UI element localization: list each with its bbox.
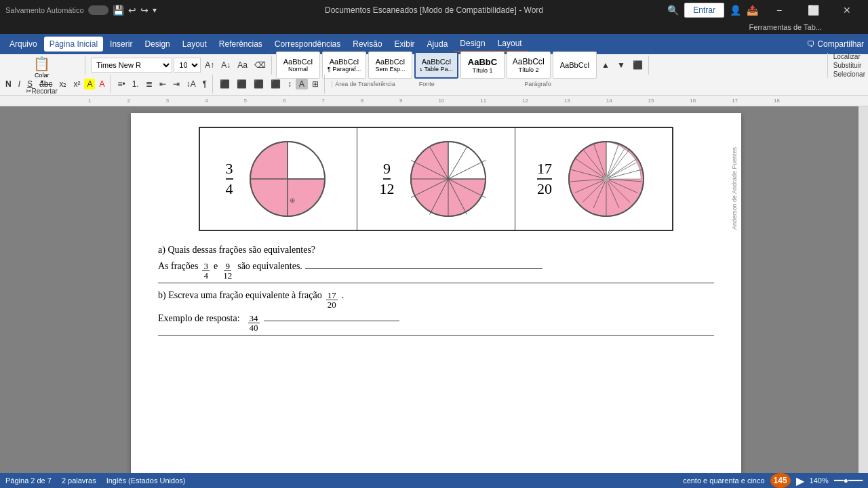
style-titulo2[interactable]: AaBbCcI Título 2 bbox=[507, 52, 551, 79]
search-icon[interactable]: 🔍 bbox=[667, 5, 679, 16]
style-table-pa[interactable]: AaBbCcI ₁ Table Pa... bbox=[414, 52, 458, 79]
menu-arquivo[interactable]: Arquivo bbox=[4, 37, 43, 52]
bold-button[interactable]: N bbox=[3, 78, 14, 90]
fraction-num-3: 17 20 bbox=[537, 160, 552, 198]
menu-revisao[interactable]: Revisão bbox=[347, 37, 387, 52]
menu-layout[interactable]: Layout bbox=[177, 37, 212, 52]
fraction-num-2: 9 12 bbox=[379, 160, 394, 198]
styles-scroll-down[interactable]: ▼ bbox=[614, 59, 628, 71]
document-page: Anderson de Andrade Fuentes 3 4 bbox=[131, 113, 741, 473]
pie-chart-3 bbox=[562, 135, 650, 223]
styles-scroll-up[interactable]: ▲ bbox=[599, 59, 612, 71]
answer-b-prefix: Exemplo de resposta: bbox=[158, 313, 240, 324]
underline-button[interactable]: S bbox=[24, 78, 35, 90]
paragrafo-label: Parágrafo bbox=[524, 81, 551, 87]
fraction-display-1: 3 4 bbox=[207, 135, 350, 223]
comments-icon[interactable]: 🗨 Compartilhar bbox=[807, 39, 864, 49]
increase-indent-button[interactable]: ⇥ bbox=[170, 78, 182, 90]
align-right-button[interactable]: ⬛ bbox=[251, 78, 267, 90]
main-area: Anderson de Andrade Fuentes 3 4 bbox=[0, 106, 868, 473]
clipboard-group: 📋 Colar ▾ ✂ Recortar ⎘ Copiar 🖌 Pincel d… bbox=[3, 56, 85, 75]
svg-text:⊕: ⊕ bbox=[290, 197, 295, 204]
menu-pagina-inicial[interactable]: Página Inicial bbox=[44, 37, 103, 52]
menu-correspondencias[interactable]: Correspondências bbox=[269, 37, 346, 52]
answer-a-suffix: são equivalentes. bbox=[237, 261, 302, 272]
menu-design[interactable]: Design bbox=[139, 37, 175, 52]
italic-button[interactable]: I bbox=[16, 78, 23, 90]
justify-button[interactable]: ⬛ bbox=[268, 78, 283, 90]
menu-design2[interactable]: Design bbox=[454, 36, 490, 52]
align-center-button[interactable]: ⬛ bbox=[234, 78, 250, 90]
style-no-space[interactable]: AaBbCcI Sem Esp... bbox=[368, 52, 412, 79]
strikethrough-button[interactable]: abc bbox=[37, 78, 55, 90]
minimize-button[interactable]: − bbox=[764, 0, 795, 20]
line-spacing-button[interactable]: ↕ bbox=[285, 78, 294, 90]
title-bar-left: Salvamento Automático 💾 ↩ ↪ ▾ bbox=[5, 5, 157, 16]
bullets-button[interactable]: ≡• bbox=[115, 78, 127, 90]
autosave-toggle[interactable] bbox=[88, 5, 108, 15]
redo-icon[interactable]: ↪ bbox=[140, 5, 149, 16]
answer-b-frac: 34 40 bbox=[248, 314, 260, 332]
language: Inglês (Estados Unidos) bbox=[106, 476, 186, 485]
decrease-font-button[interactable]: A↓ bbox=[218, 59, 233, 71]
menu-exibir[interactable]: Exibir bbox=[389, 37, 420, 52]
pie-chart-1: ⊕ bbox=[243, 135, 332, 223]
autosave-label: Salvamento Automático bbox=[5, 6, 84, 14]
borders-button[interactable]: ⊞ bbox=[309, 78, 321, 90]
menu-layout2[interactable]: Layout bbox=[492, 36, 528, 52]
find-button[interactable]: Localizar bbox=[833, 53, 865, 60]
close-button[interactable]: ✕ bbox=[831, 0, 863, 20]
font-group: Times New R 10 A↑ A↓ Aa ⌫ bbox=[91, 56, 272, 75]
menu-ajuda[interactable]: Ajuda bbox=[422, 37, 454, 52]
zoom-slider[interactable]: ━━●━━━ bbox=[834, 476, 863, 486]
share-icon[interactable]: 📤 bbox=[747, 5, 758, 16]
align-left-button[interactable]: ⬛ bbox=[217, 78, 233, 90]
superscript-button[interactable]: x² bbox=[71, 78, 83, 90]
answer-a-prefix: As frações bbox=[158, 261, 198, 272]
font-color-button[interactable]: A bbox=[96, 78, 107, 90]
page-badge: 145 bbox=[770, 473, 791, 488]
ruler: 12345 678910 1112131415 161718 bbox=[0, 96, 868, 106]
styles-more[interactable]: ⬛ bbox=[630, 59, 646, 71]
replace-button[interactable]: Substituir bbox=[833, 62, 865, 69]
answer-a-line bbox=[305, 268, 542, 269]
select-button[interactable]: Selecionar bbox=[833, 70, 865, 78]
restore-button[interactable]: ⬜ bbox=[797, 0, 829, 20]
page-wrapper[interactable]: Anderson de Andrade Fuentes 3 4 bbox=[14, 106, 859, 473]
align-group: ⬛ ⬛ ⬛ ⬛ ↕ A ⊞ bbox=[217, 75, 325, 94]
more-icon[interactable]: ▾ bbox=[153, 5, 157, 16]
menu-inserir[interactable]: Inserir bbox=[104, 37, 138, 52]
question-b-period: . bbox=[342, 290, 344, 301]
answer-b-line bbox=[264, 321, 399, 321]
account-icon[interactable]: 👤 bbox=[730, 5, 741, 16]
area-labels: Área de Transferência Fonte Parágrafo bbox=[332, 81, 551, 87]
fraction-cell-1: 3 4 bbox=[199, 127, 357, 230]
font-size-select[interactable]: 10 bbox=[174, 58, 201, 73]
increase-font-button[interactable]: A↑ bbox=[202, 59, 217, 71]
highlight-button[interactable]: A bbox=[84, 79, 95, 89]
multilevel-button[interactable]: ≣ bbox=[143, 78, 155, 90]
save-icon[interactable]: 💾 bbox=[113, 5, 124, 16]
font-name-select[interactable]: Times New R bbox=[91, 58, 172, 73]
play-icon[interactable]: ▶ bbox=[796, 474, 804, 487]
subscript-button[interactable]: x₂ bbox=[56, 78, 69, 90]
decrease-indent-button[interactable]: ⇤ bbox=[157, 78, 169, 90]
paragraph-format-group: ≡• 1. ≣ ⇤ ⇥ ↕A ¶ bbox=[115, 75, 213, 94]
style-titulo1[interactable]: AaBbC Título 1 bbox=[460, 52, 505, 79]
ruler-marks: 12345 678910 1112131415 161718 bbox=[88, 98, 780, 104]
style-para[interactable]: AaBbCcI ¶ Paragraf... bbox=[322, 52, 366, 79]
styles-group: AaBbCcI Normal AaBbCcI ¶ Paragraf... AaB… bbox=[276, 56, 649, 75]
style-last[interactable]: AaBbCcI bbox=[553, 52, 597, 79]
fraction-cell-2: 9 12 bbox=[357, 127, 515, 230]
clear-format-button[interactable]: ⌫ bbox=[252, 59, 269, 71]
right-scrollbar[interactable] bbox=[859, 106, 868, 473]
show-marks-button[interactable]: ¶ bbox=[200, 78, 210, 90]
menu-referencias[interactable]: Referências bbox=[214, 37, 268, 52]
svg-point-40 bbox=[604, 176, 609, 182]
undo-icon[interactable]: ↩ bbox=[128, 5, 136, 16]
shading-button[interactable]: A bbox=[296, 79, 308, 89]
change-case-button[interactable]: Aa bbox=[235, 59, 250, 71]
sort-button[interactable]: ↕A bbox=[184, 78, 199, 90]
entrar-button[interactable]: Entrar bbox=[684, 3, 724, 18]
numbering-button[interactable]: 1. bbox=[130, 78, 142, 90]
